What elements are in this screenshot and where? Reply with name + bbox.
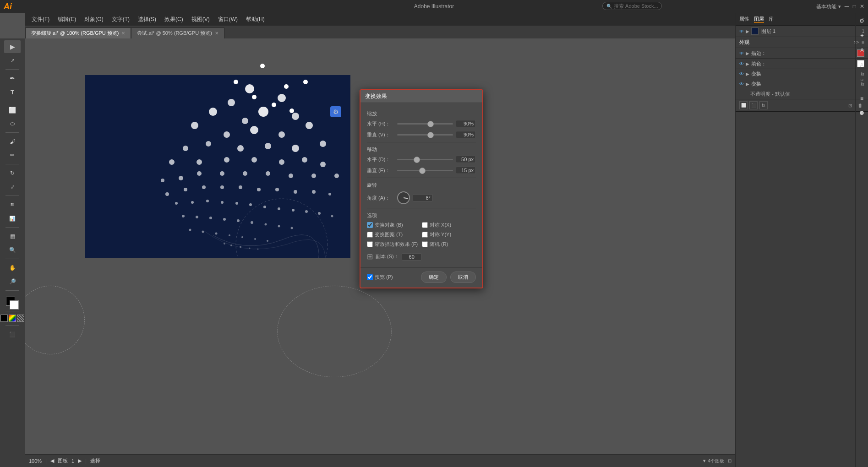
menu-help[interactable]: 帮助(H) (242, 15, 268, 24)
copy-item-btn[interactable]: ⊡ (846, 101, 854, 109)
angle-dial[interactable] (397, 191, 410, 204)
cb-transform-pattern[interactable] (367, 232, 373, 238)
handle-top[interactable] (260, 64, 265, 68)
tool-rotate[interactable]: ↻ (4, 167, 21, 179)
rotate-value[interactable]: 8° (413, 194, 433, 201)
transform2-label: 变换 (751, 81, 859, 87)
add-new-fill-btn[interactable]: ⬜ (739, 101, 748, 109)
close-btn[interactable]: ✕ (860, 3, 864, 10)
transform1-eye[interactable]: 👁 (739, 71, 744, 76)
tool-hand[interactable]: ✋ (4, 261, 21, 274)
menu-view[interactable]: 视图(V) (188, 15, 213, 24)
tool-ellipse[interactable]: ⬭ (4, 117, 21, 130)
move-h-value[interactable]: -50 px (456, 156, 476, 163)
menu-window[interactable]: 窗口(W) (214, 15, 241, 24)
search-bar[interactable]: 🔍 (602, 2, 662, 10)
tab-0-close[interactable]: ✕ (121, 31, 125, 36)
tool-rect[interactable]: ⬜ (4, 103, 21, 116)
tool-pencil[interactable]: ✏ (4, 149, 21, 162)
layer-visibility-icon[interactable]: 👁 (739, 29, 744, 34)
panel-tool-6[interactable]: ≡ (854, 92, 868, 105)
tool-direct-select[interactable]: ↗ (4, 54, 21, 67)
tool-select[interactable]: ▶ (4, 40, 21, 53)
cb-scale-stroke[interactable] (367, 241, 373, 247)
artboard-prev[interactable]: ◀ (50, 458, 54, 464)
tool-graph[interactable]: 📊 (4, 212, 21, 225)
stroke-arrow[interactable]: ▶ (746, 51, 749, 56)
cb-transform-object[interactable] (367, 222, 373, 228)
tool-artboard[interactable]: ⬛ (4, 328, 21, 341)
scale-v-value[interactable]: 90% (456, 131, 476, 138)
tool-warp[interactable]: ≋ (4, 198, 21, 211)
tool-paintbrush[interactable]: 🖌 (4, 135, 21, 148)
none-btn[interactable] (17, 315, 24, 322)
panel-tab-library[interactable]: 库 (769, 16, 774, 22)
search-input[interactable] (614, 3, 658, 9)
tool-eyedropper[interactable]: 🔍 (4, 244, 21, 256)
svg-point-49 (249, 203, 252, 206)
handle-ml[interactable] (272, 103, 276, 107)
fill-eye[interactable]: 👁 (739, 61, 744, 66)
panel-tab-layers[interactable]: 图层 (754, 16, 764, 23)
layer-name[interactable]: 图层 1 (761, 28, 862, 35)
panel-tool-1[interactable]: ⚙ (854, 15, 868, 27)
cb-reflect-y[interactable] (422, 232, 428, 238)
cb-random[interactable] (422, 241, 428, 247)
svg-point-34 (165, 192, 169, 196)
move-v-slider[interactable] (397, 170, 453, 171)
menu-edit[interactable]: 编辑(E) (54, 15, 80, 24)
minimize-btn[interactable]: ─ (845, 3, 849, 10)
add-new-stroke-btn[interactable]: ⬛ (749, 101, 758, 109)
tool-pen[interactable]: ✒ (4, 72, 21, 85)
gradient-btn[interactable] (9, 315, 16, 322)
preview-checkbox[interactable] (367, 274, 373, 280)
layer-lock-icon[interactable]: ▶ (746, 29, 749, 34)
cb-reflect-x[interactable] (422, 222, 428, 228)
fit-artboard-btn[interactable]: ⊡ (728, 458, 732, 463)
stroke-eye[interactable]: 👁 (739, 51, 744, 56)
tool-scale[interactable]: ⤢ (4, 180, 21, 193)
tab-0[interactable]: 变换螺旋.ai* @ 100% (RGB/GPU 预览) ✕ (25, 27, 131, 38)
ok-button[interactable]: 确定 (421, 272, 447, 283)
left-toolbar: ▶ ↗ ✒ T ⬜ ⬭ 🖌 ✏ ↻ ⤢ ≋ 📊 ▦ 🔍 ✋ 🔎 ⬛ (0, 38, 25, 467)
panel-tool-4[interactable]: A (854, 59, 868, 71)
menu-object[interactable]: 对象(O) (81, 15, 107, 24)
panel-tool-3[interactable]: A (854, 44, 868, 57)
scale-h-value[interactable]: 90% (456, 120, 476, 127)
move-h-slider[interactable] (397, 159, 453, 160)
tool-gradient[interactable]: ▦ (4, 230, 21, 243)
tool-zoom[interactable]: 🔎 (4, 275, 21, 288)
menu-file[interactable]: 文件(F) (28, 15, 53, 24)
transform2-eye[interactable]: 👁 (739, 81, 744, 87)
handle-tl[interactable] (234, 80, 238, 84)
copies-input[interactable] (402, 253, 422, 261)
handle-tr[interactable] (284, 84, 289, 89)
cancel-button[interactable]: 取消 (450, 272, 476, 283)
artboard-next[interactable]: ▶ (78, 458, 82, 464)
tool-text[interactable]: T (4, 86, 21, 98)
add-effect-btn[interactable]: fx (759, 101, 768, 109)
zoom-value[interactable]: 100% (29, 458, 42, 464)
fill-arrow[interactable]: ▶ (746, 61, 749, 66)
transform1-arrow[interactable]: ▶ (746, 71, 749, 76)
scale-h-slider[interactable] (397, 123, 453, 125)
transform2-arrow[interactable]: ▶ (746, 81, 749, 87)
tab-1[interactable]: 尝试.ai* @ 50% (RGB/GPU 预览) ✕ (131, 27, 224, 38)
panel-tool-2[interactable]: ✦ (854, 29, 868, 42)
panel-tool-5[interactable]: ○ (854, 73, 868, 86)
panel-tool-7[interactable]: ⚈ (854, 107, 868, 119)
menu-select[interactable]: 选择(S) (134, 15, 160, 24)
tab-1-close[interactable]: ✕ (215, 31, 218, 36)
maximize-btn[interactable]: □ (853, 3, 856, 10)
handle-tl2[interactable] (252, 95, 257, 99)
menu-text[interactable]: 文字(T) (108, 15, 133, 24)
handle-mr[interactable] (289, 109, 294, 113)
handle-tr2[interactable] (303, 80, 308, 84)
menu-effect[interactable]: 效果(C) (161, 15, 187, 24)
scale-v-slider[interactable] (397, 134, 453, 136)
transform-indicator[interactable]: ⚙ (330, 106, 341, 117)
fill-color[interactable] (10, 300, 19, 310)
panel-tab-properties[interactable]: 属性 (739, 16, 749, 22)
move-v-value[interactable]: -15 px (456, 167, 476, 174)
color-btn[interactable] (0, 315, 8, 322)
